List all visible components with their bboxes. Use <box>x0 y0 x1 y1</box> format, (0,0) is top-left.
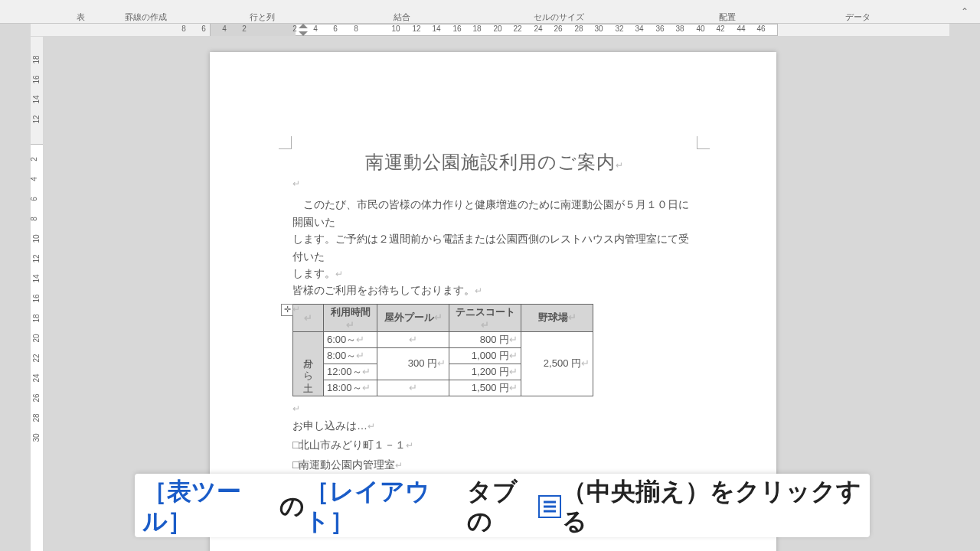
ribbon-group-rowscols[interactable]: 行と列 <box>224 11 300 23</box>
ribbon-group-align[interactable]: 配置 <box>689 11 766 23</box>
svg-marker-1 <box>299 31 308 36</box>
document-body: 南運動公園施設利用のご案内↵ ↵ このたび、市民の皆様の体力作りと健康増進のため… <box>292 150 697 494</box>
price-table[interactable]: ↵ 利用時間↵ 屋外プール↵ テニスコート↵ 野球場↵ 月から土 6:00～↵ … <box>292 304 593 396</box>
ribbon: 表 罫線の作成 行と列 結合 セルのサイズ 配置 データ <box>0 0 949 24</box>
ribbon-group-merge[interactable]: 結合 <box>364 11 440 23</box>
doc-title: 南運動公園施設利用のご案内↵ <box>292 150 697 174</box>
collapse-ribbon-button[interactable]: ⌃ <box>949 0 980 24</box>
ribbon-group-data[interactable]: データ <box>819 11 896 23</box>
instruction-caption: ［表ツール］ の ［レイアウト］ タブの （中央揃え）をクリックする <box>135 474 870 537</box>
vertical-ruler[interactable]: 1816141224681012141618202224262830 <box>31 37 44 551</box>
align-center-icon <box>537 494 562 519</box>
svg-marker-0 <box>299 24 308 28</box>
horizontal-ruler[interactable]: 8642246810121416182022242628303234363840… <box>31 24 949 36</box>
ribbon-group-borders[interactable]: 罫線の作成 <box>107 11 184 23</box>
ribbon-group-cellsize[interactable]: セルのサイズ <box>521 11 597 23</box>
table-move-handle[interactable]: ✛ <box>281 304 293 316</box>
